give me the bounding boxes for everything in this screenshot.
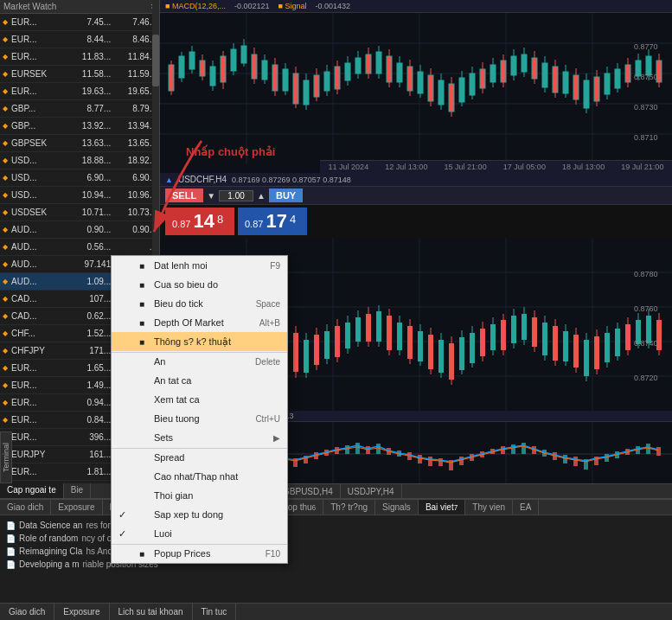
bottom-tab-1[interactable]: Exposure [51,500,102,515]
market-watch-row[interactable]: ◆ AUD... 0.90... 0.90... [0,221,159,239]
bottom-tab-8[interactable]: Bai viet7 [419,500,465,515]
market-watch-row[interactable]: ◆ USD... 10.94... 10.96... [0,187,159,204]
market-watch-row[interactable]: ◆ EURSEK 11.58... 11.59... [0,66,159,83]
row-bid: 7.45... [65,17,111,27]
svg-rect-275 [656,447,661,456]
chart-tab-usdjpy-h4[interactable]: USDJPY,H4 [341,484,402,498]
row-bid: 0.84... [65,415,111,425]
buy-button[interactable]: BUY [269,189,303,202]
context-menu-item-7[interactable]: Xem tat ca [112,390,287,409]
bottom-tab-10[interactable]: EA [513,500,539,515]
shortcut-label: Space [256,299,280,309]
context-menu-item-6[interactable]: An tat ca [112,371,287,390]
row-symbol: EURSEK [11,69,65,79]
context-menu-item-2[interactable]: ■Bieu do tickSpace [112,294,287,313]
context-menu-item-0[interactable]: ■Dat lenh moiF9 [112,256,287,275]
svg-rect-252 [418,455,422,463]
bottom-tab-6[interactable]: Th? tr?ng [323,500,375,515]
shortcut-label: Delete [255,357,280,367]
context-menu-item-13[interactable]: ✓Sap xep tu dong [112,505,287,524]
context-menu-item-9[interactable]: Sets▶ [112,428,287,447]
chart-symbol-bar: ▲ USDCHF,H4 0.87169 0.87269 0.87057 0.87… [160,173,672,187]
tab-lich-su[interactable]: Lich su tai khoan [110,604,193,620]
row-bid: 8.77... [65,104,111,113]
tab-cap-ngoai-te[interactable]: Cap ngoai te [0,483,64,498]
row-ask: 0.90... [111,225,157,234]
context-menu-item-14[interactable]: ✓Luoi [112,524,287,543]
news-item[interactable]: 📄 Role of random ncy of optimization alg… [3,532,669,545]
check-mark: ✓ [118,528,131,540]
row-diamond-icon: ◆ [3,35,11,43]
market-watch-row[interactable]: ◆ USDSEK 10.71... 10.73... [0,204,159,221]
news-item[interactable]: 📄 Developing a m riable position sizes [3,558,669,571]
tab-giao-dich[interactable]: Giao dich [0,604,54,620]
svg-rect-267 [573,457,578,466]
row-diamond-icon: ◆ [3,174,11,182]
row-bid: 0.62... [65,311,111,321]
row-bid: 13.92... [65,121,111,131]
news-item[interactable]: 📄 Reimagining Cla hs And Lower Lows [3,545,669,558]
sell-price-box[interactable]: 0.87 14 8 [165,208,234,235]
terminal-panel-label[interactable]: Terminal [0,431,12,483]
context-menu-item-12[interactable]: Thoi gian [112,486,287,505]
row-symbol: AUD... [11,259,65,269]
market-watch-row[interactable]: ◆ EUR... 7.45... 7.46... [0,14,159,31]
row-diamond-icon: ◆ [3,226,11,233]
market-watch-row[interactable]: ◆ EUR... 8.44... 8.46... [0,31,159,48]
context-menu-item-1[interactable]: ■Cua so bieu do [112,275,287,294]
row-bid: 1.81... [65,467,111,476]
sell-price-big: 14 [193,210,214,232]
news-item[interactable]: 📄 Data Science an res for EURUSD, Using … [3,519,669,532]
market-watch-row[interactable]: ◆ GBP... 8.77... 8.79... [0,100,159,118]
row-ask: 8.46... [111,35,157,44]
menu-item-label: Thoi gian [154,490,280,501]
lot-input[interactable] [219,190,253,201]
tab-exposure[interactable]: Exposure [54,604,109,620]
bottom-tab-9[interactable]: Thy vien [465,500,513,515]
order-icon: ■ [134,259,150,272]
market-watch-row[interactable]: ◆ GBP... 13.92... 13.94... [0,118,159,135]
row-diamond-icon: ◆ [3,329,11,337]
context-menu-item-15[interactable]: ■Popup PricesF10 [112,544,287,563]
menu-item-label: Cao nhat/Thap nhat [154,471,280,482]
shortcut-label: Alt+B [259,318,280,328]
market-watch-row[interactable]: ◆ AUD... 0.56... ... [0,239,159,256]
row-bid: 19.63... [65,86,111,96]
context-menu-item-8[interactable]: Bieu tuongCtrl+U [112,409,287,428]
row-bid: 396... [65,432,111,442]
context-menu-item-10[interactable]: Spread [112,448,287,467]
row-ask: ... [111,242,157,252]
svg-rect-261 [511,444,515,454]
row-diamond-icon: ◆ [3,416,11,424]
market-watch-row[interactable]: ◆ USD... 18.88... 18.92... [0,152,159,169]
sell-price-sup: 8 [217,213,223,226]
tab-tin-tuc[interactable]: Tin tuc [193,604,237,620]
bottom-tab-7[interactable]: Signals [375,500,419,515]
context-menu-item-3[interactable]: ■Depth Of MarketAlt+B [112,313,287,332]
news-text: Reimagining Cla [19,546,82,556]
main-tab-bar: Giao dich Exposure Lich su tai khoan Tin… [0,603,672,620]
context-menu-item-5[interactable]: AnDelete [112,352,287,371]
tab-bie[interactable]: Bie [64,483,91,498]
svg-rect-247 [366,446,370,454]
row-symbol: CAD... [11,294,65,304]
buy-price-box[interactable]: 0.87 17 4 [238,208,307,235]
market-watch-row[interactable]: ◆ EUR... 11.83... 11.84... [0,48,159,66]
row-ask: 8.79... [111,104,157,113]
context-menu-item-4[interactable]: ■Thông s? k? thuật [112,332,287,351]
context-menu-item-11[interactable]: Cao nhat/Thap nhat [112,467,287,486]
row-symbol: AUD... [11,277,65,286]
bottom-panel: Giao dichExposureLich su tai khoanTin tu… [0,499,672,603]
sell-button[interactable]: SELL [165,189,203,202]
market-watch-row[interactable]: ◆ GBPSEK 13.63... 13.65... [0,135,159,152]
bottom-tab-0[interactable]: Giao dich [0,500,51,515]
svg-rect-256 [459,457,464,465]
row-diamond-icon: ◆ [3,295,11,303]
chart-indicator-area: ■ MACD(12,26,... -0.002121 ■ Signal -0.0… [160,0,672,173]
market-watch-row[interactable]: ◆ USD... 6.90... 6.90... [0,169,159,187]
menu-item-label: Sap xep tu dong [154,509,280,520]
news-icon: 📄 [6,547,16,556]
row-ask: 13.94... [111,121,157,131]
row-symbol: EUR... [11,415,65,425]
market-watch-row[interactable]: ◆ EUR... 19.63... 19.65... [0,83,159,100]
